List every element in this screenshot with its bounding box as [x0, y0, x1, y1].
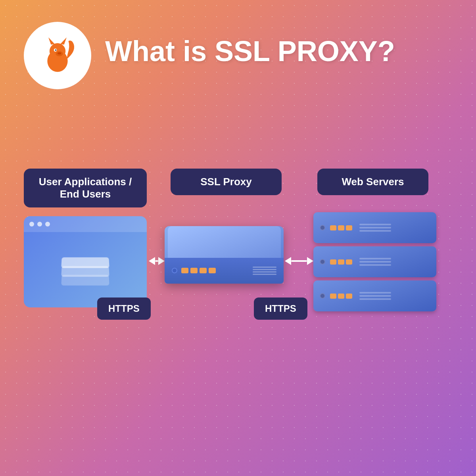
server-3-vent-3 [359, 298, 391, 300]
arrow2-right-head [307, 257, 313, 265]
server-1-vent-2 [359, 227, 391, 228]
svg-point-7 [58, 52, 61, 55]
server-1-light [320, 225, 325, 230]
logo-circle [24, 22, 91, 89]
server-2-ports [330, 259, 352, 265]
port-1 [181, 268, 188, 273]
server-2-vents [359, 258, 391, 266]
logo-icon [36, 34, 79, 77]
vent-4 [253, 274, 276, 275]
server-3-light [320, 293, 325, 299]
device-ports [181, 268, 216, 273]
server-3-vent-2 [359, 295, 391, 297]
https-label-1: HTTPS [97, 298, 151, 320]
port-4 [209, 268, 216, 273]
server-1-port-2 [338, 225, 344, 230]
layers-icon [61, 254, 109, 286]
vent-2 [253, 269, 276, 270]
server-2-port-1 [330, 259, 336, 265]
browser-dot-3 [45, 222, 50, 226]
arrow2-left-head [285, 257, 291, 265]
main-canvas: What is SSL PROXY? User Applications / E… [0, 0, 476, 476]
server-2-vent-1 [359, 258, 391, 259]
arrow-right-head [158, 257, 165, 265]
arrow-left-head [149, 257, 155, 265]
label-user-applications: User Applications / End Users [24, 169, 147, 207]
label-ssl-proxy: SSL Proxy [171, 169, 282, 195]
server-unit-1 [313, 212, 436, 243]
svg-marker-3 [60, 37, 67, 44]
server-1-ports [330, 225, 352, 230]
server-1-vents [359, 224, 391, 232]
server-unit-2 [313, 246, 436, 277]
server-2-port-3 [346, 259, 352, 265]
server-rack [313, 212, 436, 311]
arrow-browser-proxy [149, 257, 165, 265]
port-2 [190, 268, 198, 273]
server-1-vent-3 [359, 230, 391, 232]
svg-marker-2 [48, 37, 55, 44]
server-3-port-1 [330, 294, 336, 299]
server-2-vent-3 [359, 264, 391, 266]
browser-dot-2 [37, 222, 42, 226]
browser-dot-1 [29, 222, 34, 226]
label-web-servers: Web Servers [317, 169, 428, 195]
server-2-vent-2 [359, 261, 391, 263]
server-3-port-2 [338, 294, 344, 299]
layer-top [61, 257, 109, 268]
device-top-panel [168, 226, 281, 258]
proxy-device [165, 226, 284, 284]
server-2-port-2 [338, 259, 344, 265]
vent-1 [253, 267, 276, 268]
arrow-proxy-servers [285, 257, 313, 265]
browser-content [24, 232, 147, 307]
arrow-line [155, 260, 158, 262]
server-3-vent-1 [359, 292, 391, 294]
browser-titlebar [24, 216, 147, 232]
https-label-2: HTTPS [254, 298, 307, 320]
browser-illustration [24, 216, 147, 307]
server-unit-3 [313, 280, 436, 311]
arrow2-line [291, 260, 307, 262]
port-3 [200, 268, 207, 273]
server-1-port-3 [346, 225, 352, 230]
page-title: What is SSL PROXY? [105, 36, 395, 67]
svg-point-1 [50, 43, 65, 59]
device-power-light [172, 268, 177, 273]
server-3-vents [359, 292, 391, 300]
server-1-vent-1 [359, 224, 391, 225]
server-1-port-1 [330, 225, 336, 230]
vent-3 [253, 271, 276, 273]
device-vents [253, 267, 276, 275]
server-3-ports [330, 294, 352, 299]
device-body [165, 226, 284, 284]
device-front-panel [165, 258, 284, 284]
server-2-light [320, 259, 325, 265]
svg-point-5 [55, 49, 57, 51]
server-3-port-3 [346, 294, 352, 299]
